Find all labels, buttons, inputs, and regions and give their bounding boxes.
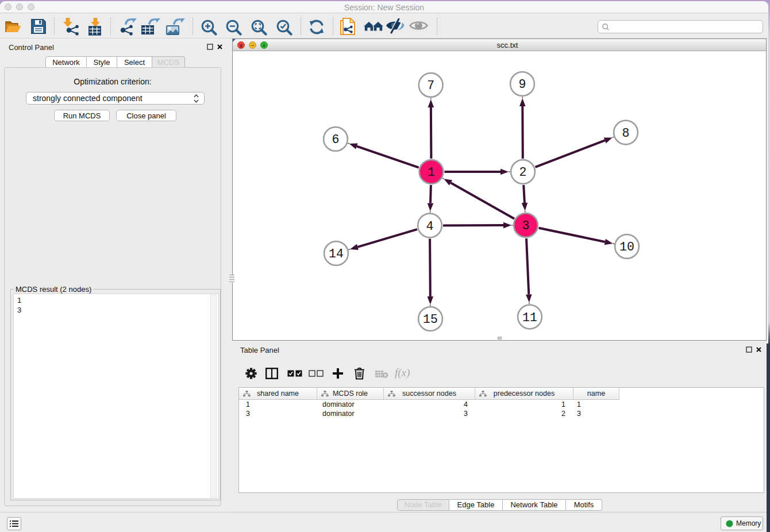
svg-text:15: 15 [423,313,438,326]
svg-text:8: 8 [622,126,630,140]
svg-text:10: 10 [619,240,634,254]
svg-text:6: 6 [332,133,340,147]
svg-text:9: 9 [519,78,526,91]
svg-text:1: 1 [428,165,435,179]
svg-text:2: 2 [519,165,527,179]
svg-text:11: 11 [522,311,537,325]
svg-text:4: 4 [426,219,434,233]
svg-text:7: 7 [427,79,434,92]
svg-text:3: 3 [522,219,530,233]
svg-text:14: 14 [329,247,344,261]
